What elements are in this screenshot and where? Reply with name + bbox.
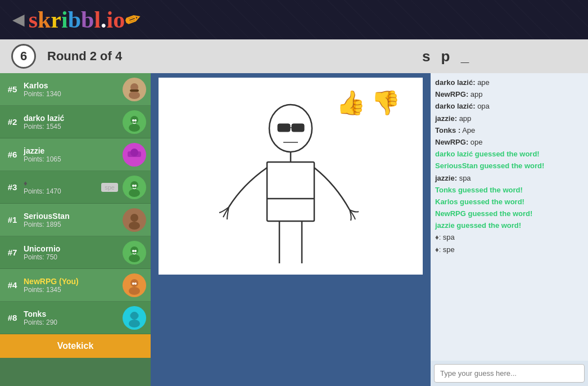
svg-point-26	[130, 279, 138, 287]
svg-point-32	[129, 320, 140, 327]
chat-message: NewRPG: ope	[435, 137, 584, 147]
chat-sender: darko lazić:	[435, 102, 476, 110]
svg-point-2	[129, 91, 140, 99]
pencil-icon: ✏	[122, 7, 143, 33]
player-avatar	[123, 208, 146, 232]
player-row: #5 Karlos Points: 1340	[0, 73, 151, 106]
player-info: Tonks Points: 290	[24, 309, 119, 326]
player-name: Karlos	[24, 81, 119, 90]
svg-point-7	[132, 119, 134, 122]
player-name: SeriousStan	[24, 212, 119, 221]
timer-value: 6	[20, 49, 27, 64]
drawing-indicator: spe	[101, 183, 118, 192]
player-points: Points: 1065	[24, 155, 119, 163]
svg-point-19	[129, 222, 140, 230]
chat-message: NewRPG: app	[435, 89, 584, 100]
player-avatar	[123, 241, 146, 264]
chat-sender: jazzie:	[435, 114, 457, 123]
player-row: #3 ♦ Points: 1470 spe	[0, 171, 151, 204]
player-avatar	[123, 306, 146, 330]
logo-char-b2: b	[81, 6, 94, 33]
logo-char-r: r	[51, 6, 61, 33]
player-points: Points: 1345	[24, 286, 119, 294]
chat-message: Karlos guessed the word!	[435, 197, 584, 207]
player-info: NewRPG (You) Points: 1345	[24, 277, 119, 294]
main-layout: #5 Karlos Points: 1340 #2 darko lazić Po…	[0, 73, 588, 386]
chat-message: Tonks : Ape	[435, 125, 584, 136]
svg-point-5	[130, 116, 138, 124]
chat-message: darko lazić: opa	[435, 101, 584, 111]
chat-messages: darko lazić: apeNewRPG: appdarko lazić: …	[431, 73, 588, 361]
round-label: Round 2 of 4	[47, 49, 306, 64]
app-logo: ◄ s k r i b b l . io ✏	[8, 6, 140, 33]
thumbs-container: 👍 👎	[336, 89, 400, 116]
player-avatar	[123, 78, 146, 101]
player-name: ♦	[24, 179, 98, 187]
svg-point-6	[129, 124, 140, 132]
chat-message: darko lazić: ape	[435, 78, 584, 88]
player-row: #1 SeriousStan Points: 1895	[0, 204, 151, 236]
svg-point-14	[129, 189, 140, 197]
chat-diamond: ♦:	[435, 233, 443, 241]
player-row: #4 NewRPG (You) Points: 1345	[0, 269, 151, 302]
player-points: Points: 1340	[24, 90, 119, 98]
player-name: Unicornio	[24, 244, 119, 253]
player-rank: #3	[4, 182, 20, 192]
word-hint: s p _	[318, 48, 577, 65]
svg-point-22	[129, 254, 140, 262]
chat-message: SeriousStan guessed the word!	[435, 161, 584, 171]
player-avatar	[123, 176, 146, 199]
chat-sender: NewRPG:	[435, 138, 468, 146]
player-info: Karlos Points: 1340	[24, 81, 119, 98]
chat-message: darko lazić guessed the word!	[435, 149, 584, 159]
player-row: #6 jazzie Points: 1065	[0, 138, 151, 171]
svg-point-8	[134, 119, 137, 122]
logo-dot: .	[101, 6, 107, 33]
player-info: ♦ Points: 1470	[24, 179, 98, 195]
player-avatar	[123, 273, 146, 297]
svg-rect-39	[267, 162, 314, 221]
thumbs-down-icon[interactable]: 👎	[371, 89, 400, 116]
player-avatar	[123, 143, 146, 167]
player-points: Points: 290	[24, 318, 119, 326]
svg-point-21	[130, 246, 138, 254]
logo-char-k: k	[38, 6, 51, 33]
player-info: jazzie Points: 1065	[24, 146, 119, 163]
player-rank: #7	[4, 248, 20, 257]
player-points: Points: 750	[24, 253, 119, 261]
svg-rect-36	[292, 124, 304, 132]
player-info: SeriousStan Points: 1895	[24, 212, 119, 228]
chat-message: jazzie: spa	[435, 173, 584, 183]
chat-input-area	[431, 361, 588, 386]
chat-sender: Tonks :	[435, 126, 460, 134]
svg-rect-35	[278, 124, 290, 132]
svg-point-28	[132, 282, 134, 285]
chat-input[interactable]	[434, 364, 585, 383]
players-list: #5 Karlos Points: 1340 #2 darko lazić Po…	[0, 73, 151, 334]
player-name: darko lazić	[24, 114, 119, 123]
svg-point-18	[130, 214, 138, 222]
scoreboard: #5 Karlos Points: 1340 #2 darko lazić Po…	[0, 73, 151, 386]
svg-point-34	[269, 105, 312, 152]
chat-message: ♦: spe	[435, 245, 584, 255]
player-points: Points: 1895	[24, 221, 119, 228]
svg-point-11	[130, 149, 138, 156]
player-points: Points: 1470	[24, 187, 98, 195]
logo-char-s: s	[29, 6, 38, 33]
player-name: jazzie	[24, 146, 119, 155]
player-rank: #6	[4, 150, 20, 159]
votekick-button[interactable]: Votekick	[0, 334, 151, 358]
logo-io: io	[107, 6, 125, 33]
svg-point-13	[130, 181, 138, 189]
player-row: #2 darko lazić Points: 1545	[0, 106, 151, 138]
logo-char-l: l	[94, 6, 101, 33]
logo-char-b1: b	[68, 6, 81, 33]
chat-diamond: ♦:	[435, 245, 443, 254]
chat-message: NewRPG guessed the word!	[435, 209, 584, 219]
player-rank: #5	[4, 84, 20, 94]
player-row: #7 Unicornio Points: 750	[0, 236, 151, 269]
player-name: Tonks	[24, 309, 119, 318]
svg-rect-33	[130, 314, 139, 317]
player-rank: #4	[4, 280, 20, 290]
thumbs-up-icon[interactable]: 👍	[336, 89, 365, 116]
